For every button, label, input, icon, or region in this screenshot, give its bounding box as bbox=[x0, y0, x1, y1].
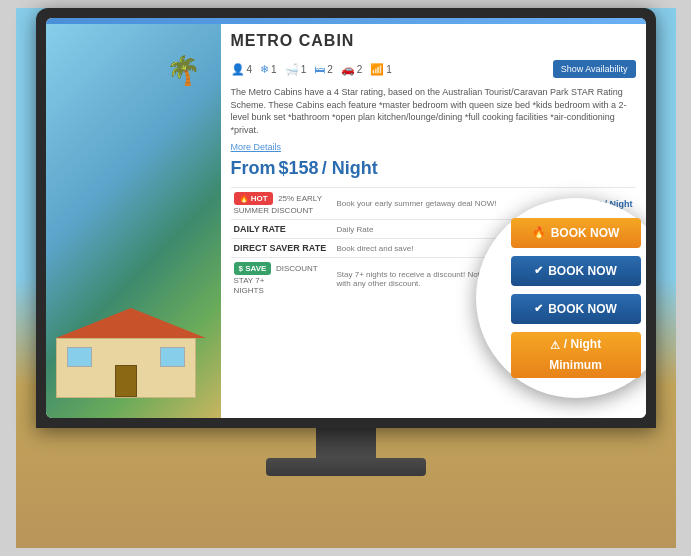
monitor-wrapper: 🌴 METRO CABIN bbox=[16, 8, 676, 548]
house-body bbox=[56, 338, 196, 398]
amenity-bath: 🛁 1 bbox=[285, 63, 307, 76]
person-icon: 👤 bbox=[231, 63, 245, 76]
fire-icon: 🔥 bbox=[532, 226, 546, 239]
house-window-right bbox=[160, 347, 185, 367]
amenity-car: 🚗 2 bbox=[341, 63, 363, 76]
wifi-count: 1 bbox=[386, 64, 392, 75]
show-availability-button[interactable]: Show Availability bbox=[553, 60, 636, 78]
warning-icon: ⚠ bbox=[550, 338, 560, 352]
from-label: From bbox=[231, 158, 276, 178]
house-window-left bbox=[67, 347, 92, 367]
property-description: The Metro Cabins have a 4 Star rating, b… bbox=[231, 86, 636, 136]
minimum-label: Minimum bbox=[549, 358, 602, 374]
amenity-wifi: 📶 1 bbox=[370, 63, 392, 76]
book-now-button-2[interactable]: ✔ BOOK NOW bbox=[511, 256, 641, 286]
from-price: From $158 / Night bbox=[231, 158, 636, 179]
amenity-guests: 👤 4 bbox=[231, 63, 253, 76]
save-badge: $ SAVE bbox=[234, 262, 272, 275]
monitor-body: 🌴 METRO CABIN bbox=[36, 8, 656, 428]
house-door bbox=[115, 365, 137, 397]
book-now-button-1[interactable]: 🔥 BOOK NOW bbox=[511, 218, 641, 248]
monitor-neck bbox=[316, 428, 376, 458]
check-icon-2: ✔ bbox=[534, 302, 543, 315]
snowflake-icon: ❄ bbox=[260, 63, 269, 76]
monitor-stand bbox=[266, 458, 426, 476]
more-details-link[interactable]: More Details bbox=[231, 142, 636, 152]
rate-name-3: DIRECT SAVER RATE bbox=[234, 243, 327, 253]
car-icon: 🚗 bbox=[341, 63, 355, 76]
monitor-bezel: 🌴 METRO CABIN bbox=[46, 18, 646, 418]
check-icon-1: ✔ bbox=[534, 264, 543, 277]
book-now-button-3[interactable]: ✔ BOOK NOW bbox=[511, 294, 641, 324]
hot-badge: 🔥 HOT bbox=[234, 192, 273, 205]
house-roof bbox=[56, 308, 206, 338]
bed-icon: 🛏 bbox=[314, 63, 325, 75]
car-count: 2 bbox=[357, 64, 363, 75]
bed-count: 2 bbox=[327, 64, 333, 75]
palm-tree-icon: 🌴 bbox=[166, 54, 201, 87]
night-minimum-button[interactable]: ⚠ / Night Minimum bbox=[511, 332, 641, 378]
book-now-label-2: BOOK NOW bbox=[548, 264, 617, 278]
guests-count: 4 bbox=[247, 64, 253, 75]
book-now-label-1: BOOK NOW bbox=[551, 226, 620, 240]
bath-icon: 🛁 bbox=[285, 63, 299, 76]
amenities-row: 👤 4 ❄ 1 🛁 1 bbox=[231, 60, 636, 78]
night-minimum-label: / Night bbox=[564, 337, 601, 353]
bath-count: 1 bbox=[301, 64, 307, 75]
screen: 🌴 METRO CABIN bbox=[46, 18, 646, 418]
ac-count: 1 bbox=[271, 64, 277, 75]
wifi-icon: 📶 bbox=[370, 63, 384, 76]
property-title: METRO CABIN bbox=[231, 32, 355, 50]
price-value: $158 bbox=[279, 158, 319, 178]
book-now-label-3: BOOK NOW bbox=[548, 302, 617, 316]
property-image: 🌴 bbox=[46, 24, 221, 418]
house-shape bbox=[56, 308, 211, 398]
rate-name-2: DAILY RATE bbox=[234, 224, 286, 234]
content-area: 🌴 METRO CABIN bbox=[46, 24, 646, 418]
amenity-ac: ❄ 1 bbox=[260, 63, 277, 76]
amenity-bed: 🛏 2 bbox=[314, 63, 333, 75]
per-night-label: / Night bbox=[322, 158, 378, 178]
